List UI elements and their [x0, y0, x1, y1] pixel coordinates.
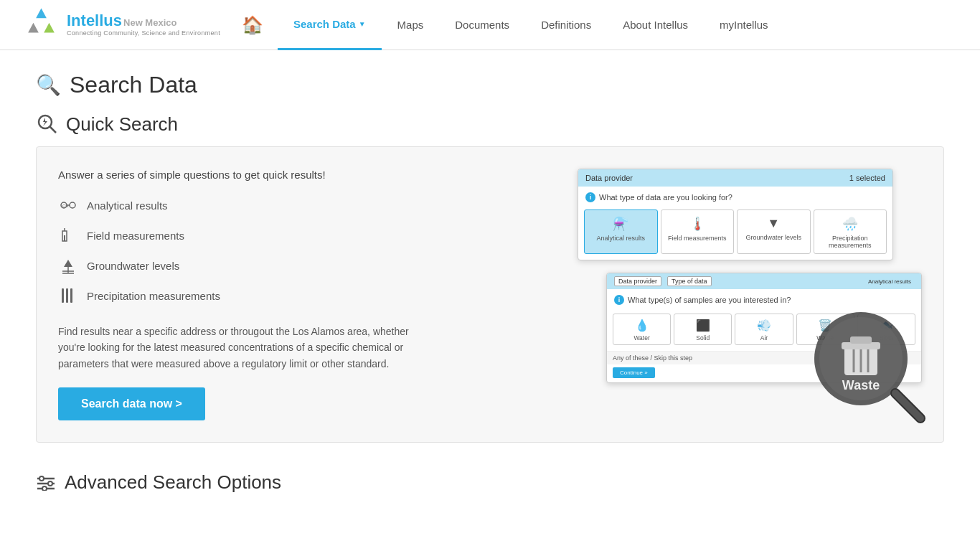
preview-continue-button[interactable]: Continue »: [613, 367, 655, 378]
preview-panel1-header: Data provider 1 selected: [578, 169, 892, 187]
svg-rect-23: [850, 336, 872, 344]
logo-tagline: Connecting Community, Science and Enviro…: [67, 30, 220, 37]
preview-sample-water: 💧 Water: [613, 314, 671, 345]
sliders-icon: [36, 475, 56, 491]
feature-groundwater-label: Groundwater levels: [87, 260, 179, 272]
preview-analytical-icon: ⚗️: [613, 216, 628, 232]
preview-solid-icon: ⬛: [696, 319, 710, 332]
quick-search-title-row: Quick Search: [36, 113, 944, 136]
quick-search-left: Answer a series of simple questions to g…: [58, 169, 549, 420]
magnifier-overlay: Waste: [807, 305, 929, 427]
feature-field-label: Field measurements: [87, 230, 184, 242]
preview-breadcrumb-2: Type of data: [667, 276, 712, 286]
logo: Intellus New Mexico Connecting Community…: [22, 5, 220, 44]
page-title-search-icon: 🔍: [36, 73, 61, 97]
preview-panel1-header-right: 1 selected: [849, 174, 885, 182]
feature-precipitation-label: Precipitation measurements: [87, 290, 220, 302]
svg-text:Waste: Waste: [842, 378, 880, 392]
nav-documents[interactable]: Documents: [439, 0, 525, 50]
nav-myintellus[interactable]: myIntellus: [704, 0, 784, 50]
magnifier-svg: Waste: [807, 305, 929, 427]
quick-search-description: Find results near a specific address or …: [58, 324, 431, 372]
quick-search-icon: [36, 113, 59, 136]
preview-type-analytical: ⚗️ Analytical results: [584, 209, 658, 254]
preview-info-icon: i: [585, 192, 595, 202]
feature-analytical-label: Analytical results: [87, 199, 168, 212]
nav-search-data[interactable]: Search Data ▼: [278, 0, 382, 50]
preview-type-precipitation: 🌧️ Precipitation measurements: [814, 209, 887, 254]
preview-panel1-question: i What type of data are you looking for?: [578, 187, 892, 207]
preview-container: Data provider 1 selected i What type of …: [570, 169, 922, 420]
svg-marker-12: [64, 260, 72, 267]
preview-panel-1: Data provider 1 selected i What type of …: [578, 169, 893, 260]
svg-line-29: [895, 393, 920, 418]
feature-precipitation-icon: [58, 286, 78, 306]
preview-type-groundwater: ▼ Groundwater levels: [737, 209, 811, 254]
svg-rect-10: [64, 235, 65, 241]
svg-rect-17: [66, 288, 68, 303]
preview-sample-air: 💨 Air: [735, 314, 793, 345]
svg-marker-2: [28, 23, 39, 33]
home-icon[interactable]: 🏠: [242, 15, 263, 35]
preview-breadcrumb-1: Data provider: [614, 276, 661, 286]
search-now-button[interactable]: Search data now >: [58, 387, 205, 420]
preview-panel1-grid: ⚗️ Analytical results 🌡️ Field measureme…: [578, 207, 892, 260]
logo-text: Intellus New Mexico Connecting Community…: [67, 12, 220, 37]
preview-panel2-info-icon: i: [614, 295, 624, 305]
feature-analytical: CH Analytical results: [58, 195, 549, 215]
quick-search-features: CH Analytical results Field measurem: [58, 195, 549, 306]
quick-search-intro: Answer a series of simple questions to g…: [58, 169, 549, 181]
svg-marker-0: [36, 9, 47, 19]
preview-panel1-header-left: Data provider: [585, 174, 633, 182]
nav-definitions[interactable]: Definitions: [525, 0, 607, 50]
svg-rect-18: [70, 288, 72, 303]
preview-breadcrumbs: Data provider Type of data Analytical re…: [607, 273, 921, 289]
page-title-row: 🔍 Search Data: [36, 72, 944, 98]
svg-line-4: [50, 127, 57, 133]
quick-search-card: Answer a series of simple questions to g…: [36, 146, 944, 443]
main-content: 🔍 Search Data Quick Search Answer a seri…: [0, 50, 980, 522]
preview-groundwater-icon: ▼: [767, 216, 780, 231]
preview-result-label: Analytical results: [865, 278, 914, 286]
page-title: Search Data: [70, 72, 197, 98]
svg-marker-1: [44, 23, 55, 33]
feature-analytical-icon: CH: [58, 195, 78, 215]
svg-point-6: [70, 202, 75, 208]
feature-field: Field measurements: [58, 225, 549, 245]
svg-text:CH: CH: [62, 204, 69, 208]
nav-search-data-caret: ▼: [359, 20, 366, 28]
quick-search-preview: Data provider 1 selected i What type of …: [570, 169, 922, 420]
nav-maps[interactable]: Maps: [382, 0, 440, 50]
svg-point-33: [48, 481, 52, 486]
preview-precipitation-icon: 🌧️: [842, 216, 858, 232]
svg-point-31: [39, 476, 44, 481]
preview-type-field: 🌡️ Field measurements: [661, 209, 735, 254]
logo-brand: Intellus: [67, 12, 122, 29]
nav-about[interactable]: About Intellus: [607, 0, 704, 50]
logo-state: New Mexico: [123, 18, 176, 28]
svg-point-35: [42, 486, 47, 491]
advanced-search-title: Advanced Search Options: [65, 471, 281, 494]
main-nav: Search Data ▼ Maps Documents Definitions…: [278, 0, 784, 50]
logo-icon: [22, 5, 61, 44]
advanced-section-row: Advanced Search Options: [36, 471, 944, 494]
header: Intellus New Mexico Connecting Community…: [0, 0, 980, 50]
preview-sample-solid: ⬛ Solid: [674, 314, 732, 345]
preview-field-icon: 🌡️: [689, 216, 705, 232]
feature-precipitation: Precipitation measurements: [58, 286, 549, 306]
preview-water-icon: 💧: [635, 319, 649, 332]
feature-groundwater: Groundwater levels: [58, 255, 549, 276]
feature-groundwater-icon: [58, 255, 78, 276]
svg-rect-16: [62, 288, 64, 303]
preview-air-icon: 💨: [757, 319, 771, 332]
feature-field-icon: [58, 225, 78, 245]
quick-search-title: Quick Search: [66, 113, 178, 136]
